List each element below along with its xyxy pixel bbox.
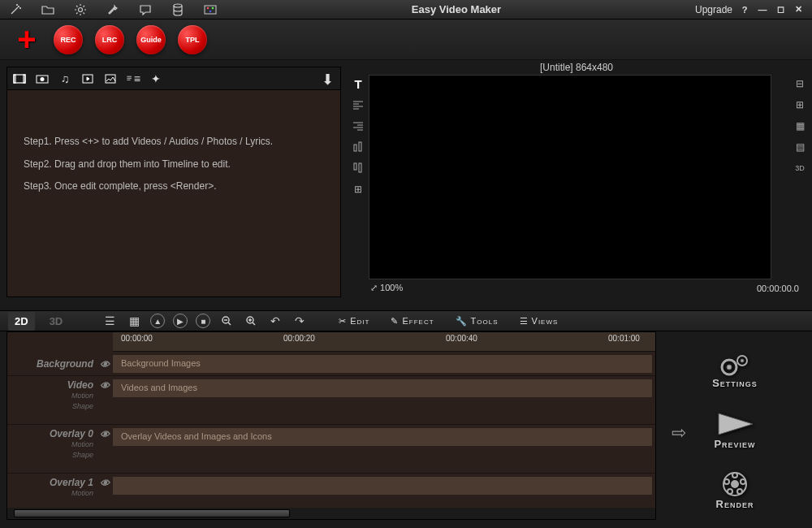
add-media-button[interactable]: +	[12, 25, 41, 54]
track-body[interactable]: Overlay Videos and Images and Icons	[113, 428, 652, 446]
svg-point-0	[19, 6, 19, 6]
media-tabs: ♫ ≡ ✦	[7, 67, 340, 90]
grid-icon[interactable]: ⊞	[351, 182, 365, 197]
stop-icon[interactable]: ■	[196, 314, 210, 328]
play-icon[interactable]: ▶	[173, 314, 188, 328]
align-top-icon[interactable]	[351, 161, 365, 175]
download-icon[interactable]: ⬇	[322, 71, 334, 89]
svg-rect-19	[359, 163, 361, 172]
zoom-in-icon[interactable]	[243, 313, 259, 329]
preview-screen[interactable]	[369, 75, 771, 279]
app-title: Easy Video Maker	[218, 3, 695, 15]
svg-rect-11	[24, 75, 25, 83]
snap-4-icon[interactable]: ▤	[793, 140, 807, 154]
close-icon[interactable]: ✕	[793, 4, 804, 15]
effect-menu[interactable]: ✎ Effect	[384, 316, 440, 327]
svg-point-2	[20, 7, 21, 8]
track-body[interactable]: Videos and Images	[113, 379, 652, 397]
media-panel: ♫ ≡ ✦ ⬇ Step1. Press <+> to add Videos /…	[6, 67, 341, 297]
timestamp: 00:00:00.0	[757, 283, 799, 293]
svg-point-32	[728, 489, 732, 494]
redo-icon[interactable]: ↷	[292, 313, 308, 329]
align-left-icon[interactable]	[351, 97, 365, 112]
photo-tab-icon[interactable]	[35, 71, 50, 86]
svg-rect-17	[359, 142, 361, 151]
wand-icon[interactable]	[8, 2, 23, 17]
tab-3d[interactable]: 3D	[43, 312, 70, 331]
chat-icon[interactable]	[138, 2, 153, 17]
settings-button[interactable]: Settings	[682, 348, 788, 393]
help-icon[interactable]: ?	[739, 4, 750, 15]
upgrade-link[interactable]: Upgrade	[695, 4, 732, 15]
minimize-icon[interactable]: —	[757, 4, 768, 15]
edit-menu[interactable]: ✂ Edit	[332, 316, 376, 327]
lyrics-tab-icon[interactable]: ≡	[126, 71, 140, 86]
timeline-scrollbar[interactable]	[7, 508, 655, 519]
image-tab-icon[interactable]	[103, 71, 118, 86]
svg-point-28	[732, 481, 738, 487]
svg-point-6	[207, 6, 209, 8]
snap-3-icon[interactable]: ▦	[793, 119, 807, 133]
zoom-out-icon[interactable]	[218, 313, 235, 329]
right-actions: Settings Preview Render	[666, 341, 804, 520]
track-overlay0[interactable]: Overlay 0👁 Motion Shape Overlay Videos a…	[7, 425, 655, 474]
colors-icon[interactable]	[203, 2, 218, 17]
align-right-icon[interactable]	[351, 119, 365, 133]
track-background[interactable]: Background👁 Background Images	[7, 352, 655, 376]
tab-2d[interactable]: 2D	[8, 312, 35, 331]
top-menu-left	[8, 2, 218, 17]
maximize-icon[interactable]: ◻	[775, 4, 786, 15]
preview-button[interactable]: Preview	[682, 408, 788, 452]
effect-tab-icon[interactable]: ✦	[149, 71, 163, 86]
grid-view-icon[interactable]: ▦	[126, 313, 142, 329]
folder-icon[interactable]	[41, 2, 55, 17]
database-icon[interactable]	[171, 2, 185, 17]
timeline: 00:00:00 00:00:20 00:00:40 00:01:00 Back…	[6, 331, 656, 520]
track-video[interactable]: Video👁 Motion Shape Videos and Images	[7, 376, 655, 425]
list-icon[interactable]: ☰	[102, 313, 118, 329]
snap-3d-icon[interactable]: 3D	[793, 161, 807, 175]
track-body[interactable]: Background Images	[113, 355, 652, 373]
guide-button[interactable]: Guide	[136, 25, 166, 54]
scrollbar-thumb[interactable]	[14, 509, 290, 517]
snap-2-icon[interactable]: ⊞	[793, 97, 807, 112]
gear-icon[interactable]	[73, 2, 88, 17]
snap-1-icon[interactable]: ⊟	[793, 76, 807, 91]
wrench-icon[interactable]	[106, 2, 120, 17]
tools-menu[interactable]: 🔧 Tools	[449, 316, 505, 327]
lrc-button[interactable]: LRC	[95, 25, 124, 54]
video-tab-icon[interactable]	[12, 71, 27, 86]
preview-panel: [Untitle] 864x480 T ⊞ ⊟ ⊞ ▦ ▤ 3D ⤢ 100% …	[348, 60, 806, 297]
zoom-value: 100%	[380, 283, 403, 292]
rec-button[interactable]: REC	[54, 25, 83, 54]
text-tab-icon[interactable]	[80, 71, 95, 86]
snap-tools: ⊟ ⊞ ▦ ▤ 3D	[793, 76, 809, 175]
eye-icon[interactable]: 👁	[100, 478, 110, 489]
eye-icon[interactable]: 👁	[100, 380, 110, 392]
svg-point-13	[41, 77, 45, 81]
preview-footer: ⤢ 100% 00:00:00.0	[348, 279, 806, 296]
ruler-0: 00:00:00	[121, 334, 153, 343]
fullscreen-icon[interactable]: ⤢ 100%	[370, 283, 403, 293]
svg-point-31	[737, 489, 742, 494]
audio-tab-icon[interactable]: ♫	[58, 71, 72, 86]
svg-rect-10	[14, 75, 15, 83]
time-ruler[interactable]: 00:00:00 00:00:20 00:00:40 00:01:00	[113, 332, 655, 352]
track-body[interactable]	[113, 477, 652, 495]
undo-icon[interactable]: ↶	[267, 313, 283, 329]
align-bottom-icon[interactable]	[351, 140, 365, 154]
eye-icon[interactable]: 👁	[100, 429, 110, 440]
views-menu[interactable]: ☰ Views	[513, 316, 565, 327]
svg-rect-5	[205, 6, 216, 14]
text-T-icon[interactable]: T	[351, 76, 365, 91]
svg-marker-26	[719, 413, 753, 435]
eye-icon[interactable]: 👁	[100, 359, 110, 370]
svg-point-30	[741, 479, 745, 484]
svg-point-3	[79, 7, 83, 11]
svg-point-23	[727, 365, 732, 370]
tpl-button[interactable]: TPL	[178, 25, 207, 54]
render-button[interactable]: Render	[682, 468, 788, 513]
ruler-60: 00:01:00	[608, 334, 640, 343]
svg-point-7	[212, 6, 214, 8]
up-icon[interactable]: ▲	[150, 314, 165, 328]
